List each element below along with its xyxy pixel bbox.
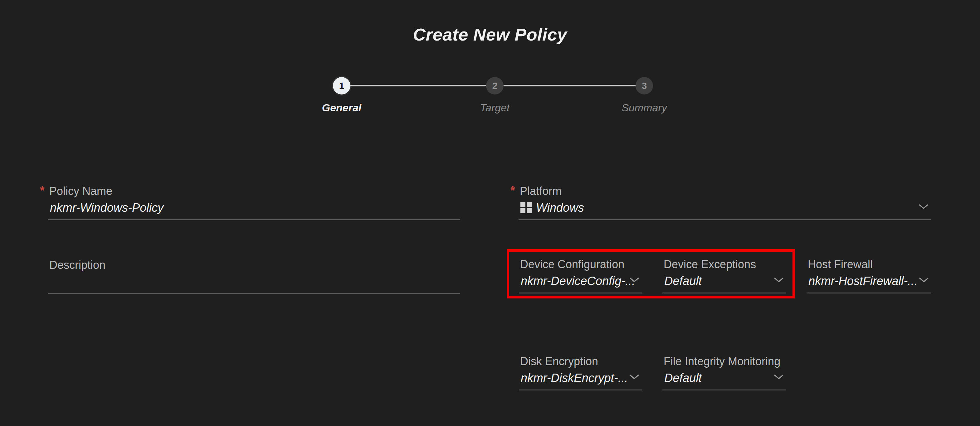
step-number: 3 (642, 81, 647, 91)
device-exceptions-select[interactable]: Default (664, 273, 786, 288)
file-integrity-monitoring-underline (662, 389, 786, 391)
required-asterisk: * (40, 184, 45, 197)
description-underline (48, 293, 460, 294)
device-exceptions-underline (662, 292, 786, 294)
platform-select[interactable]: Windows (520, 200, 931, 215)
step-label-summary: Summary (598, 102, 691, 114)
required-asterisk: * (511, 184, 515, 197)
policy-name-field: * Policy Name nkmr-Windows-Policy (48, 184, 460, 220)
step-circle-general[interactable]: 1 (333, 77, 350, 94)
disk-encryption-underline (519, 389, 642, 391)
platform-underline (519, 219, 931, 220)
description-field: Description (48, 259, 460, 294)
file-integrity-monitoring-field: File Integrity Monitoring Default (662, 355, 786, 391)
disk-encryption-select[interactable]: nkmr-DiskEncrypt-... (521, 370, 642, 385)
step-number: 1 (339, 81, 344, 91)
policy-name-underline (48, 219, 460, 220)
windows-logo-icon (520, 202, 531, 213)
file-integrity-monitoring-select[interactable]: Default (664, 370, 786, 385)
disk-encryption-field: Disk Encryption nkmr-DiskEncrypt-... (519, 355, 642, 391)
policy-name-input[interactable]: nkmr-Windows-Policy (50, 200, 460, 215)
file-integrity-monitoring-label: File Integrity Monitoring (663, 355, 780, 368)
platform-label: Platform (520, 184, 562, 198)
host-firewall-field: Host Firewall nkmr-HostFirewall-... (807, 258, 931, 294)
chevron-down-icon (919, 277, 929, 283)
step-number: 2 (492, 81, 498, 91)
device-configuration-field: Device Configuration nkmr-DeviceConfig-.… (519, 258, 642, 294)
create-policy-dialog: Create New Policy 1 2 3 General Target S… (0, 0, 980, 426)
step-circle-summary[interactable]: 3 (636, 77, 653, 94)
host-firewall-label: Host Firewall (808, 258, 873, 271)
chevron-down-icon (629, 277, 639, 283)
step-label-target: Target (448, 102, 542, 114)
host-firewall-underline (807, 292, 931, 294)
policy-name-label: Policy Name (49, 184, 112, 198)
host-firewall-select[interactable]: nkmr-HostFirewall-... (808, 273, 931, 288)
chevron-down-icon (774, 374, 784, 380)
step-circle-target[interactable]: 2 (486, 77, 504, 94)
device-exceptions-label: Device Exceptions (663, 258, 756, 271)
description-input[interactable] (50, 274, 460, 289)
description-label: Description (49, 259, 105, 272)
chevron-down-icon (629, 374, 639, 380)
chevron-down-icon (774, 277, 784, 283)
platform-value: Windows (536, 201, 584, 215)
chevron-down-icon (918, 204, 929, 210)
device-configuration-label: Device Configuration (520, 258, 624, 271)
disk-encryption-label: Disk Encryption (520, 355, 598, 368)
device-configuration-select[interactable]: nkmr-DeviceConfig-... (521, 273, 642, 288)
page-title: Create New Policy (0, 24, 980, 45)
step-label-general: General (295, 102, 388, 114)
device-exceptions-field: Device Exceptions Default (662, 258, 786, 294)
platform-field: * Platform Windows (519, 184, 931, 220)
device-configuration-underline (519, 292, 642, 294)
